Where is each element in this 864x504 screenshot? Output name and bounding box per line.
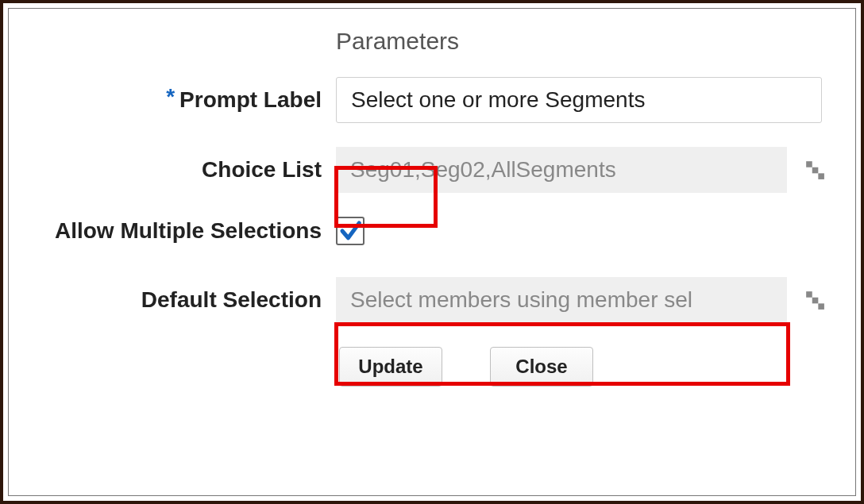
label-prompt-label: *Prompt Label xyxy=(9,87,336,113)
allow-multiple-checkbox[interactable] xyxy=(336,217,364,245)
hierarchy-icon[interactable] xyxy=(804,290,825,310)
svg-rect-2 xyxy=(818,173,824,179)
label-choice-list: Choice List xyxy=(9,157,336,183)
svg-rect-4 xyxy=(812,298,819,304)
parameters-panel: Parameters *Prompt Label Choice List Seg… xyxy=(8,8,856,496)
label-prompt-label-text: Prompt Label xyxy=(179,87,322,112)
row-prompt-label: *Prompt Label xyxy=(9,77,855,123)
svg-rect-3 xyxy=(806,291,812,298)
update-button[interactable]: Update xyxy=(339,347,442,387)
page-title: Parameters xyxy=(336,28,855,55)
default-selection-display: Select members using member sel xyxy=(336,277,787,323)
svg-rect-5 xyxy=(818,303,824,310)
checkmark-icon xyxy=(338,219,362,243)
svg-rect-1 xyxy=(812,167,819,174)
close-button[interactable]: Close xyxy=(490,347,593,387)
button-row: Update Close xyxy=(339,347,855,387)
prompt-label-input[interactable] xyxy=(336,77,822,123)
label-allow-multiple: Allow Multiple Selections xyxy=(9,218,336,244)
row-choice-list: Choice List Seg01,Seg02,AllSegments xyxy=(9,147,855,193)
hierarchy-icon[interactable] xyxy=(804,160,825,180)
svg-rect-0 xyxy=(806,161,812,167)
required-asterisk: * xyxy=(166,84,175,109)
window-frame: Parameters *Prompt Label Choice List Seg… xyxy=(0,0,864,504)
label-default-selection: Default Selection xyxy=(9,287,336,313)
choice-list-display: Seg01,Seg02,AllSegments xyxy=(336,147,787,193)
row-default-selection: Default Selection Select members using m… xyxy=(9,277,855,323)
row-allow-multiple: Allow Multiple Selections xyxy=(9,217,855,245)
